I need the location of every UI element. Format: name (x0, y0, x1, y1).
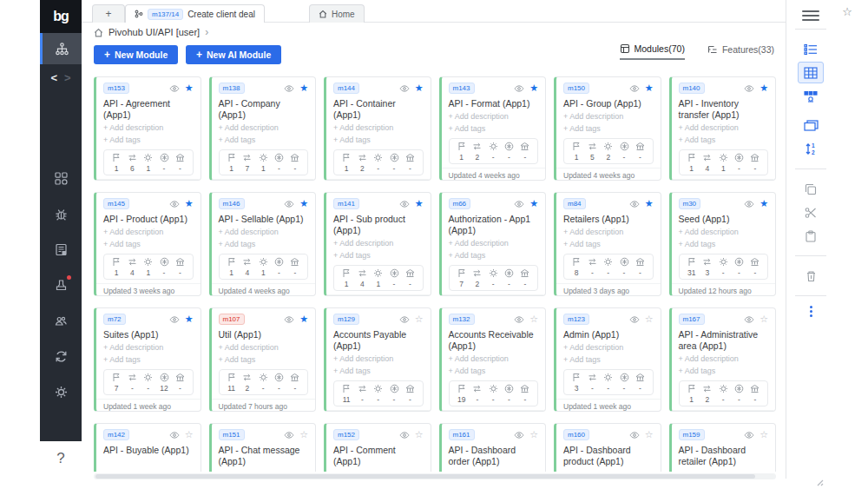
module-title[interactable]: Accounts Receivable (App1) (449, 329, 539, 352)
module-title[interactable]: API - Sellable (App1) (219, 214, 309, 225)
module-card[interactable]: m142 ☆ API - Buyable (App1) + Add descri… (94, 423, 201, 472)
eye-icon[interactable] (629, 314, 640, 325)
eye-icon[interactable] (629, 430, 640, 440)
help-button[interactable]: ? (40, 441, 82, 476)
module-card[interactable]: m151 ☆ API - Chat message (App1) + Add d… (209, 423, 317, 472)
sync-icon[interactable] (53, 348, 69, 364)
star-icon[interactable]: ★ (415, 83, 424, 93)
favorite-star-icon[interactable]: ☆ (842, 5, 852, 18)
paste-icon[interactable] (798, 225, 824, 247)
module-card[interactable]: m153 ★ API - Agreement (App1) + Add desc… (94, 76, 201, 181)
module-id-badge[interactable]: m30 (679, 198, 701, 209)
module-title[interactable]: Admin (App1) (563, 329, 654, 340)
add-tags-link[interactable]: + Add tags (563, 123, 654, 135)
module-id-badge[interactable]: m143 (449, 83, 475, 94)
module-id-badge[interactable]: m144 (333, 83, 359, 94)
eye-icon[interactable] (629, 199, 640, 209)
module-card[interactable]: m30 ★ Seed (App1) + Add description + Ad… (669, 192, 777, 296)
star-icon[interactable]: ☆ (299, 430, 308, 439)
more-options-kebab-icon[interactable] (810, 306, 812, 317)
add-description-link[interactable]: + Add description (333, 238, 424, 250)
module-card[interactable]: m141 ★ API - Sub product (App1) + Add de… (324, 192, 431, 296)
add-tags-link[interactable]: + Add tags (103, 135, 194, 147)
add-tags-link[interactable]: + Add tags (679, 135, 769, 147)
eye-icon[interactable] (514, 83, 524, 94)
tab-features[interactable]: Features(33) (707, 44, 774, 59)
module-card[interactable]: m167 ☆ API - Administrative area (App1) … (669, 307, 777, 412)
new-module-button[interactable]: + New Module (94, 45, 178, 64)
add-description-link[interactable]: + Add description (219, 122, 309, 135)
module-title[interactable]: API - Agreement (App1) (103, 98, 194, 121)
eye-icon[interactable] (284, 199, 294, 209)
module-id-badge[interactable]: m151 (219, 429, 245, 440)
settings-gear-icon[interactable] (53, 384, 69, 400)
module-id-badge[interactable]: m140 (679, 83, 705, 94)
eye-icon[interactable] (399, 199, 410, 209)
module-id-badge[interactable]: m161 (449, 429, 475, 440)
module-card[interactable]: m123 ☆ Admin (App1) + Add description + … (554, 307, 661, 412)
scrollbar-thumb[interactable] (95, 474, 755, 479)
grid-view-button[interactable] (798, 62, 824, 83)
star-icon[interactable]: ★ (185, 83, 194, 93)
add-tags-link[interactable]: + Add tags (449, 366, 539, 378)
module-id-badge[interactable]: m123 (563, 314, 589, 325)
module-id-badge[interactable]: m145 (103, 198, 129, 209)
star-icon[interactable]: ★ (185, 199, 194, 208)
eye-icon[interactable] (399, 430, 410, 440)
stamp-icon[interactable] (53, 277, 69, 293)
add-description-link[interactable]: + Add description (449, 354, 539, 366)
module-card[interactable]: m132 ☆ Accounts Receivable (App1) + Add … (439, 307, 547, 412)
add-tags-link[interactable]: + Add tags (333, 250, 424, 262)
module-title[interactable]: Seed (App1) (679, 214, 769, 225)
eye-icon[interactable] (284, 430, 294, 440)
team-icon[interactable] (53, 313, 69, 328)
add-tags-link[interactable]: + Add tags (563, 354, 654, 367)
menu-hamburger-icon[interactable] (802, 10, 819, 21)
new-tab-button[interactable]: + (92, 4, 125, 23)
module-title[interactable]: API - Sub product (App1) (333, 214, 424, 236)
module-card[interactable]: m66 ★ Authorization - App1 (App1) + Add … (439, 192, 547, 296)
module-id-badge[interactable]: m132 (449, 314, 475, 325)
module-title[interactable]: API - Dashboard product (App1) (563, 445, 654, 467)
module-card[interactable]: m159 ☆ API - Dashboard retailer (App1) +… (669, 423, 777, 472)
module-title[interactable]: Authorization - App1 (App1) (449, 214, 539, 236)
module-title[interactable]: API - Inventory transfer (App1) (679, 98, 769, 121)
chevron-right-icon[interactable]: › (205, 26, 208, 38)
cut-scissors-icon[interactable] (798, 202, 824, 223)
eye-icon[interactable] (744, 83, 754, 94)
module-title[interactable]: API - Container (App1) (333, 98, 424, 121)
module-title[interactable]: API - Group (App1) (563, 98, 654, 109)
module-id-badge[interactable]: m138 (219, 83, 245, 94)
module-title[interactable]: Accounts Payable (App1) (333, 329, 424, 352)
module-card[interactable]: m144 ★ API - Container (App1) + Add desc… (324, 76, 431, 181)
add-tags-link[interactable]: + Add tags (449, 250, 539, 262)
add-description-link[interactable]: + Add description (103, 122, 194, 135)
eye-icon[interactable] (399, 314, 410, 325)
module-id-badge[interactable]: m146 (219, 198, 245, 209)
star-icon[interactable]: ★ (185, 314, 194, 324)
add-tags-link[interactable]: + Add tags (219, 239, 309, 251)
eye-icon[interactable] (514, 430, 524, 440)
module-title[interactable]: API - Comment (App1) (333, 445, 424, 467)
add-description-link[interactable]: + Add description (333, 122, 424, 135)
star-icon[interactable]: ☆ (529, 314, 538, 324)
eye-icon[interactable] (514, 199, 524, 209)
apps-grid-icon[interactable] (53, 170, 69, 186)
module-card[interactable]: m129 ☆ Accounts Payable (App1) + Add des… (324, 307, 431, 412)
add-tags-link[interactable]: + Add tags (679, 239, 769, 251)
module-title[interactable]: API - Buyable (App1) (103, 445, 194, 456)
breadcrumb-path[interactable]: Pivohub UI/API [user] (108, 27, 200, 37)
add-description-link[interactable]: + Add description (449, 111, 539, 123)
module-title[interactable]: Suites (App1) (103, 329, 194, 340)
module-id-badge[interactable]: m153 (103, 83, 129, 94)
star-icon[interactable]: ★ (645, 199, 654, 208)
add-description-link[interactable]: + Add description (103, 342, 194, 354)
eye-icon[interactable] (284, 314, 294, 325)
add-description-link[interactable]: + Add description (333, 354, 424, 366)
add-tags-link[interactable]: + Add tags (449, 123, 539, 135)
add-description-link[interactable]: + Add description (679, 122, 769, 135)
module-id-badge[interactable]: m72 (103, 314, 126, 325)
module-id-badge[interactable]: m84 (563, 198, 586, 209)
star-icon[interactable]: ☆ (185, 430, 194, 439)
module-title[interactable]: API - Company (App1) (219, 98, 309, 121)
